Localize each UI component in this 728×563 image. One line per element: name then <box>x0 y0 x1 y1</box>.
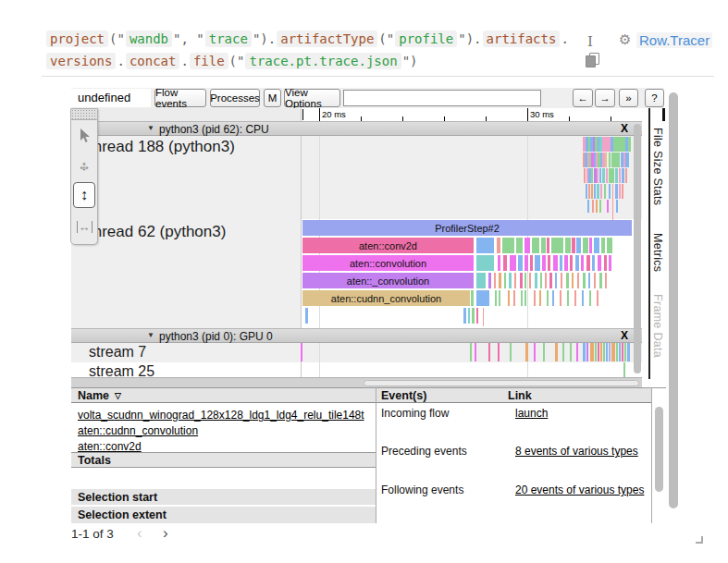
trace-event-segment[interactable] <box>590 343 594 361</box>
trace-event-segment[interactable] <box>560 290 561 306</box>
trace-event-segment[interactable] <box>529 273 531 288</box>
more-button[interactable]: » <box>619 89 638 107</box>
trace-event-segment[interactable] <box>583 343 586 361</box>
trace-event-segment[interactable] <box>504 273 506 288</box>
trace-event-segment[interactable] <box>598 255 601 271</box>
trace-event-segment[interactable] <box>627 343 630 361</box>
trace-event-segment[interactable] <box>619 343 621 361</box>
trace-event-segment[interactable] <box>513 290 515 306</box>
trace-event-segment[interactable] <box>607 200 609 213</box>
view-options-button[interactable]: View Options <box>284 89 340 107</box>
trace-event-segment[interactable] <box>597 184 599 199</box>
trace-event-segment[interactable] <box>510 255 516 271</box>
trace-event-segment[interactable] <box>520 273 523 288</box>
help-button[interactable]: ? <box>645 89 664 107</box>
trace-event-segment[interactable] <box>565 238 571 253</box>
trace-event-segment[interactable] <box>603 343 605 361</box>
trace-event-segment[interactable] <box>592 255 595 271</box>
trace-event-segment[interactable] <box>616 343 618 361</box>
trace-event-segment[interactable] <box>601 238 605 253</box>
close-track-icon[interactable]: X <box>617 329 632 342</box>
trace-event-segment[interactable] <box>476 255 494 271</box>
trace-event-segment[interactable] <box>509 273 512 288</box>
trace-event-segment[interactable] <box>532 238 539 253</box>
trace-event-segment[interactable] <box>605 153 607 167</box>
trace-event-segment[interactable] <box>535 255 540 271</box>
palette-drag-handle[interactable] <box>71 109 97 120</box>
trace-event-segment[interactable] <box>476 238 494 253</box>
trace-event-segment[interactable] <box>476 290 489 306</box>
trace-event-segment[interactable] <box>488 343 490 361</box>
cpu-process-header[interactable]: ▼ python3 (pid 62): CPU X <box>71 121 642 136</box>
trace-event-segment[interactable] <box>521 290 523 306</box>
trace-event-segment[interactable] <box>576 343 578 361</box>
next-page-icon[interactable]: › <box>163 524 168 543</box>
trace-event-segment[interactable] <box>586 184 587 199</box>
trace-event-segment[interactable] <box>599 273 602 288</box>
trace-event-segment[interactable] <box>514 273 516 288</box>
trace-event-segment[interactable] <box>609 255 611 271</box>
trace-event-segment[interactable] <box>471 290 474 306</box>
trace-event-segment[interactable] <box>516 238 523 253</box>
trace-event-segment[interactable] <box>609 168 614 183</box>
trace-event-segment[interactable] <box>518 255 523 271</box>
find-previous-button[interactable]: ← <box>573 89 593 107</box>
trace-event-segment[interactable] <box>572 273 574 288</box>
trace-event-segment[interactable] <box>619 168 621 183</box>
query-expression-line1[interactable]: project("wandb", "trace").artifactType("… <box>46 31 570 52</box>
trace-event-segment[interactable] <box>564 255 568 271</box>
trace-event-segment[interactable] <box>577 273 579 288</box>
trace-event-segment[interactable] <box>470 343 472 361</box>
trace-event-segment[interactable] <box>540 273 542 288</box>
trace-event-segment[interactable] <box>624 343 626 361</box>
trace-event-segment[interactable] <box>583 238 588 253</box>
conv2d-link[interactable]: aten::conv2d <box>78 440 142 453</box>
conv2d-event[interactable]: aten::conv2d <box>302 238 474 253</box>
gpu-process-header[interactable]: ▼ python3 (pid 0): GPU 0 X <box>71 328 642 343</box>
trace-event-segment[interactable] <box>499 290 500 306</box>
trace-event-segment[interactable] <box>594 238 599 253</box>
trace-event-segment[interactable] <box>588 184 590 199</box>
trace-event-segment[interactable] <box>570 255 573 271</box>
metadata-button[interactable]: M <box>264 89 281 107</box>
trace-event-segment[interactable] <box>552 290 554 306</box>
trace-event-segment[interactable] <box>562 343 564 361</box>
convolution-event[interactable]: aten::convolution <box>302 255 474 271</box>
pan-tool-button[interactable]: ↔↕ <box>73 153 95 178</box>
trace-event-segment[interactable] <box>602 137 611 152</box>
trace-event-segment[interactable] <box>561 273 562 288</box>
trace-event-segment[interactable] <box>301 343 302 361</box>
trace-event-segment[interactable] <box>502 238 514 253</box>
trace-event-segment[interactable] <box>613 137 625 152</box>
text-cursor-icon[interactable]: I <box>587 33 593 50</box>
collapse-icon[interactable]: ▼ <box>147 331 154 339</box>
trace-event-segment[interactable] <box>583 273 586 288</box>
tab-metrics[interactable]: Metrics <box>651 233 664 272</box>
trace-event-segment[interactable] <box>586 343 588 361</box>
trace-event-segment[interactable] <box>606 343 608 361</box>
trace-event-segment[interactable] <box>549 273 552 288</box>
trace-event-segment[interactable] <box>498 255 500 271</box>
copy-icon[interactable] <box>586 53 600 67</box>
trace-event-segment[interactable] <box>606 168 608 183</box>
trace-event-segment[interactable] <box>584 168 586 183</box>
trace-event-segment[interactable] <box>555 273 557 288</box>
cudnn-convolution-link[interactable]: aten::cudnn_convolution <box>78 424 198 437</box>
search-input[interactable] <box>343 90 541 106</box>
timing-tool-button[interactable]: ↔ <box>73 214 95 239</box>
trace-event-segment[interactable] <box>594 184 596 199</box>
thread-62-events[interactable]: ProfilerStep#2 aten::conv2d aten::convol… <box>301 220 642 331</box>
trace-event-segment[interactable] <box>595 343 597 361</box>
trace-event-segment[interactable] <box>622 343 623 361</box>
kernel-name-link[interactable]: volta_scudnn_winograd_128x128_ldg1_ldg4_… <box>78 409 364 422</box>
trace-event-segment[interactable] <box>588 273 590 288</box>
trace-event-segment[interactable] <box>498 343 500 361</box>
trace-event-segment[interactable] <box>604 255 607 271</box>
trace-event-segment[interactable] <box>525 343 528 361</box>
trace-event-segment[interactable] <box>547 238 549 253</box>
selection-tool-button[interactable] <box>73 123 95 149</box>
trace-event-segment[interactable] <box>572 238 575 253</box>
trace-event-segment[interactable] <box>592 200 594 213</box>
trace-event-segment[interactable] <box>611 153 620 167</box>
following-events-link[interactable]: 20 events of various types <box>515 483 644 496</box>
